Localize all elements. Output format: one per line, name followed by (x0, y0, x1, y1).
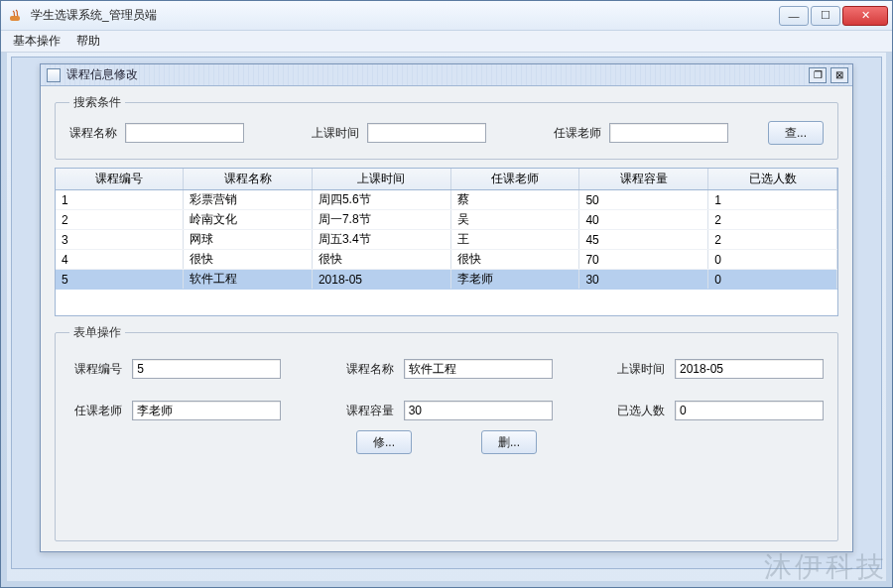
form-selected-label: 已选人数 (617, 403, 665, 419)
internal-frame-body: 搜索条件 课程名称 上课时间 任课老师 (41, 86, 852, 551)
java-app-icon (9, 8, 25, 24)
form-name-input[interactable] (404, 359, 553, 379)
table-cell[interactable]: 3 (56, 230, 184, 250)
table-cell[interactable]: 40 (579, 210, 708, 230)
form-capacity-label: 课程容量 (346, 403, 394, 419)
table-cell[interactable]: 1 (708, 190, 837, 210)
table-cell[interactable]: 周一7.8节 (312, 210, 450, 230)
table-row[interactable]: 2岭南文化周一7.8节吴402 (56, 210, 837, 230)
form-capacity-input[interactable] (404, 401, 553, 420)
table-header[interactable]: 上课时间 (312, 169, 450, 190)
table-cell[interactable]: 蔡 (450, 190, 579, 210)
window-controls: — ☐ ✕ (777, 6, 888, 26)
internal-frame-title: 课程信息修改 (66, 66, 803, 83)
search-time-input[interactable] (367, 123, 486, 143)
table-cell[interactable]: 0 (708, 250, 837, 270)
form-group: 表单操作 课程编号 课程名称 上课时间 任课老师 课程容量 (55, 324, 838, 541)
course-table[interactable]: 课程编号课程名称上课时间任课老师课程容量已选人数 1彩票营销周四5.6节蔡501… (56, 169, 837, 290)
table-header[interactable]: 课程编号 (56, 169, 184, 190)
table-cell[interactable]: 很快 (312, 250, 450, 270)
titlebar: 学生选课系统_管理员端 — ☐ ✕ (1, 1, 892, 31)
table-cell[interactable]: 很快 (450, 250, 579, 270)
menu-basic[interactable]: 基本操作 (13, 33, 61, 50)
table-row[interactable]: 3网球周五3.4节王452 (56, 230, 837, 250)
menu-help[interactable]: 帮助 (76, 33, 100, 50)
table-cell[interactable]: 50 (579, 190, 708, 210)
delete-button[interactable]: 删... (481, 430, 537, 454)
table-cell[interactable]: 4 (56, 250, 184, 270)
maximize-button[interactable]: ☐ (811, 6, 840, 26)
desktop-pane: 课程信息修改 ❐ ⊠ 搜索条件 课程名称 (11, 57, 882, 569)
table-cell[interactable]: 2 (708, 210, 837, 230)
table-header[interactable]: 已选人数 (708, 169, 837, 190)
table-cell[interactable]: 周五3.4节 (312, 230, 450, 250)
form-id-label: 课程编号 (74, 361, 122, 378)
svg-rect-0 (10, 16, 20, 21)
table-row[interactable]: 5软件工程2018-05李老师300 (56, 270, 837, 290)
search-legend: 搜索条件 (69, 94, 125, 111)
internal-frame-titlebar: 课程信息修改 ❐ ⊠ (41, 64, 852, 86)
form-teacher-label: 任课老师 (74, 403, 122, 419)
table-header[interactable]: 任课老师 (450, 169, 579, 190)
internal-maximize-button[interactable]: ❐ (809, 67, 827, 83)
table-cell[interactable]: 岭南文化 (184, 210, 313, 230)
close-button[interactable]: ✕ (842, 6, 888, 26)
table-cell[interactable]: 吴 (450, 210, 579, 230)
form-name-label: 课程名称 (346, 361, 394, 378)
table-cell[interactable]: 网球 (184, 230, 313, 250)
internal-frame: 课程信息修改 ❐ ⊠ 搜索条件 课程名称 (40, 63, 853, 552)
form-teacher-input[interactable] (132, 401, 281, 420)
course-table-wrap: 课程编号课程名称上课时间任课老师课程容量已选人数 1彩票营销周四5.6节蔡501… (55, 168, 838, 316)
form-id-input[interactable] (132, 359, 281, 379)
table-cell[interactable]: 1 (56, 190, 184, 210)
table-cell[interactable]: 5 (56, 270, 184, 290)
table-cell[interactable]: 周四5.6节 (312, 190, 450, 210)
minimize-button[interactable]: — (779, 6, 809, 26)
table-cell[interactable]: 2 (708, 230, 837, 250)
search-group: 搜索条件 课程名称 上课时间 任课老师 (55, 94, 838, 160)
search-time-label: 上课时间 (312, 125, 359, 142)
internal-close-button[interactable]: ⊠ (830, 67, 848, 83)
form-legend: 表单操作 (69, 324, 125, 341)
search-course-name-input[interactable] (125, 123, 244, 143)
table-row[interactable]: 4很快很快很快700 (56, 250, 837, 270)
search-course-name-label: 课程名称 (69, 125, 117, 142)
table-row[interactable]: 1彩票营销周四5.6节蔡501 (56, 190, 837, 210)
table-cell[interactable]: 70 (579, 250, 708, 270)
document-icon (47, 68, 61, 82)
table-cell[interactable]: 软件工程 (184, 270, 313, 290)
form-time-label: 上课时间 (617, 361, 665, 378)
edit-button[interactable]: 修... (356, 430, 412, 454)
table-cell[interactable]: 李老师 (450, 270, 579, 290)
main-window: 学生选课系统_管理员端 — ☐ ✕ 基本操作 帮助 课程信息修改 ❐ ⊠ 搜索 (0, 0, 893, 588)
table-cell[interactable]: 2018-05 (312, 270, 450, 290)
table-cell[interactable]: 30 (579, 270, 708, 290)
window-title: 学生选课系统_管理员端 (31, 7, 777, 24)
form-selected-input[interactable] (675, 401, 824, 420)
form-time-input[interactable] (675, 359, 824, 379)
table-cell[interactable]: 彩票营销 (184, 190, 313, 210)
menubar: 基本操作 帮助 (1, 31, 892, 53)
table-cell[interactable]: 0 (708, 270, 837, 290)
table-cell[interactable]: 王 (450, 230, 579, 250)
search-teacher-input[interactable] (609, 123, 728, 143)
table-header[interactable]: 课程名称 (184, 169, 313, 190)
search-button[interactable]: 查... (768, 121, 824, 145)
search-teacher-label: 任课老师 (554, 125, 601, 142)
table-header[interactable]: 课程容量 (579, 169, 708, 190)
table-cell[interactable]: 很快 (184, 250, 313, 270)
table-cell[interactable]: 45 (579, 230, 708, 250)
table-cell[interactable]: 2 (56, 210, 184, 230)
